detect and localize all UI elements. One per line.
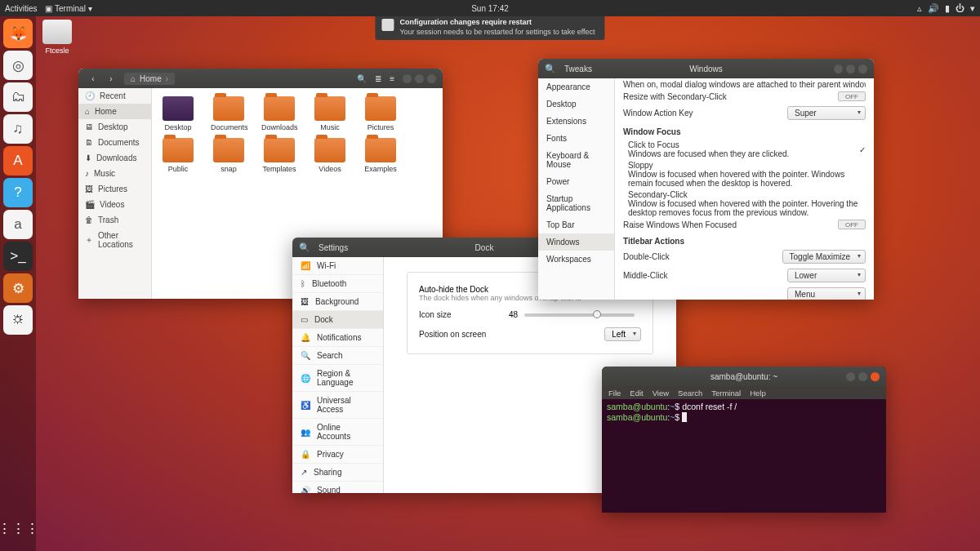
sidebar-item-wi-fi[interactable]: 📶Wi-Fi xyxy=(292,257,383,275)
sidebar-item-windows[interactable]: Windows xyxy=(538,233,614,251)
position-combo[interactable]: Left xyxy=(604,327,641,341)
sidebar-item-startup-applications[interactable]: Startup Applications xyxy=(538,190,614,216)
minimize-button[interactable] xyxy=(834,64,843,73)
forward-button[interactable]: › xyxy=(103,74,119,83)
sidebar-item-desktop[interactable]: Desktop xyxy=(538,96,614,113)
notification-banner[interactable]: Configuration changes require restart Yo… xyxy=(375,15,604,40)
sidebar-item-fonts[interactable]: Fonts xyxy=(538,130,614,147)
amazon-icon[interactable]: a xyxy=(3,210,33,239)
sidebar-item-documents[interactable]: 🗎Documents xyxy=(78,135,151,150)
thunderbird-icon[interactable]: ◎ xyxy=(3,51,33,80)
sidebar-item-privacy[interactable]: 🔒Privacy xyxy=(292,446,383,464)
menu-view[interactable]: View xyxy=(653,389,669,398)
menu-file[interactable]: File xyxy=(608,389,621,398)
clock[interactable]: Sun 17:42 xyxy=(471,4,509,13)
dropdown-icon[interactable]: ▾ xyxy=(970,3,975,14)
minimize-button[interactable] xyxy=(846,372,855,381)
focus-option[interactable]: Secondary-ClickWindow is focused when ho… xyxy=(623,188,866,217)
files-icon[interactable]: 🗂 xyxy=(3,82,33,112)
view-list-icon[interactable]: ≣ xyxy=(375,74,381,83)
sidebar-item-downloads[interactable]: ⬇Downloads xyxy=(78,150,151,166)
sidebar-item-sound[interactable]: 🔊Sound xyxy=(292,482,383,493)
minimize-button[interactable] xyxy=(403,74,412,83)
file-item[interactable]: Pictures xyxy=(363,96,399,131)
search-icon[interactable]: 🔍 xyxy=(299,242,310,253)
sidebar-item-region-language[interactable]: 🌐Region & Language xyxy=(292,365,383,392)
sidebar-item-trash[interactable]: 🗑Trash xyxy=(78,212,151,228)
app-menu[interactable]: ▣ Terminal ▾ xyxy=(45,4,91,13)
sidebar-item-background[interactable]: 🖼Background xyxy=(292,293,383,311)
sidebar-item-videos[interactable]: 🎬Videos xyxy=(78,197,151,212)
hamburger-icon[interactable]: ≡ xyxy=(390,74,394,83)
terminal-icon[interactable]: >_ xyxy=(3,242,33,271)
rhythmbox-icon[interactable]: ♫ xyxy=(3,114,33,144)
sidebar-item-pictures[interactable]: 🖼Pictures xyxy=(78,181,151,197)
maximize-button[interactable] xyxy=(415,74,424,83)
sidebar-item-music[interactable]: ♪Music xyxy=(78,166,151,181)
sidebar-item-top-bar[interactable]: Top Bar xyxy=(538,216,614,233)
sidebar-item-appearance[interactable]: Appearance xyxy=(538,78,614,96)
file-item[interactable]: snap xyxy=(211,138,247,173)
terminal-body[interactable]: samba@ubuntu:~$ dconf reset -f / samba@u… xyxy=(602,399,886,513)
sidebar-item-search[interactable]: 🔍Search xyxy=(292,347,383,365)
files-titlebar[interactable]: ‹ › ⌂ Home › 🔍 ≣ ≡ xyxy=(78,69,443,88)
sidebar-item-desktop[interactable]: 🖥Desktop xyxy=(78,119,151,135)
file-item[interactable]: Examples xyxy=(363,138,399,173)
tweaks-titlebar[interactable]: 🔍 Tweaks Windows xyxy=(538,59,874,78)
maximize-button[interactable] xyxy=(846,64,855,73)
iconsize-slider[interactable] xyxy=(524,313,635,317)
sidebar-item-universal-access[interactable]: ♿Universal Access xyxy=(292,392,383,419)
file-item[interactable]: Public xyxy=(160,138,196,173)
close-button[interactable] xyxy=(871,372,880,381)
sidebar-item-workspaces[interactable]: Workspaces xyxy=(538,251,614,268)
sidebar-item-extensions[interactable]: Extensions xyxy=(538,113,614,130)
sidebar-item-notifications[interactable]: 🔔Notifications xyxy=(292,329,383,347)
maximize-button[interactable] xyxy=(858,372,867,381)
file-item[interactable]: Desktop xyxy=(160,96,196,131)
sidebar-item-keyboard-mouse[interactable]: Keyboard & Mouse xyxy=(538,147,614,173)
power-icon[interactable]: ⏻ xyxy=(956,3,964,13)
desktop-icon[interactable]: Ftcesle xyxy=(42,20,72,55)
secondary-click-combo[interactable]: Menu xyxy=(787,287,866,300)
close-button[interactable] xyxy=(427,74,436,83)
sidebar-item-recent[interactable]: 🕘Recent xyxy=(78,88,151,104)
back-button[interactable]: ‹ xyxy=(85,74,101,83)
sidebar-item-online-accounts[interactable]: 👥Online Accounts xyxy=(292,419,383,446)
close-button[interactable] xyxy=(858,64,867,73)
double-click-combo[interactable]: Toggle Maximize xyxy=(782,250,866,264)
terminal-menubar[interactable]: FileEditViewSearchTerminalHelp xyxy=(602,386,886,399)
software-icon[interactable]: A xyxy=(3,146,33,176)
menu-terminal[interactable]: Terminal xyxy=(711,389,741,398)
file-item[interactable]: Documents xyxy=(211,96,247,131)
volume-icon[interactable]: 🔊 xyxy=(928,3,939,14)
network-icon[interactable]: ▵ xyxy=(917,3,922,14)
sidebar-item-home[interactable]: ⌂Home xyxy=(78,104,151,119)
settings-icon[interactable]: ⚙ xyxy=(3,273,33,303)
menu-search[interactable]: Search xyxy=(678,389,702,398)
menu-edit[interactable]: Edit xyxy=(630,389,643,398)
sidebar-item-power[interactable]: Power xyxy=(538,173,614,190)
focus-option[interactable]: Click to FocusWindows are focused when t… xyxy=(623,138,866,158)
sidebar-item-dock[interactable]: ▭Dock xyxy=(292,311,383,329)
firefox-icon[interactable]: 🦊 xyxy=(3,19,33,48)
tweaks-icon[interactable]: ⛭ xyxy=(3,305,33,335)
file-item[interactable]: Downloads xyxy=(261,96,297,131)
window-action-key-combo[interactable]: Super xyxy=(787,106,866,120)
activities-button[interactable]: Activities xyxy=(5,4,37,13)
sidebar-item-bluetooth[interactable]: ᛒBluetooth xyxy=(292,275,383,293)
file-item[interactable]: Videos xyxy=(312,138,348,173)
terminal-titlebar[interactable]: samba@ubuntu: ~ xyxy=(602,367,886,386)
focus-option[interactable]: SloppyWindow is focused when hovered wit… xyxy=(623,158,866,188)
resize-secondary-toggle[interactable]: OFF xyxy=(838,91,866,101)
help-icon[interactable]: ? xyxy=(3,178,33,207)
sidebar-item-other-locations[interactable]: ＋Other Locations xyxy=(78,228,151,252)
search-icon[interactable]: 🔍 xyxy=(545,64,556,74)
path-bar[interactable]: ⌂ Home › xyxy=(124,73,175,85)
file-item[interactable]: Templates xyxy=(261,138,297,173)
sidebar-item-sharing[interactable]: ↗Sharing xyxy=(292,464,383,482)
menu-help[interactable]: Help xyxy=(750,389,766,398)
middle-click-combo[interactable]: Lower xyxy=(787,269,866,282)
file-item[interactable]: Music xyxy=(312,96,348,131)
system-tray[interactable]: ▵ 🔊 ▮ ⏻ ▾ xyxy=(917,3,975,14)
raise-windows-toggle[interactable]: OFF xyxy=(838,220,866,229)
